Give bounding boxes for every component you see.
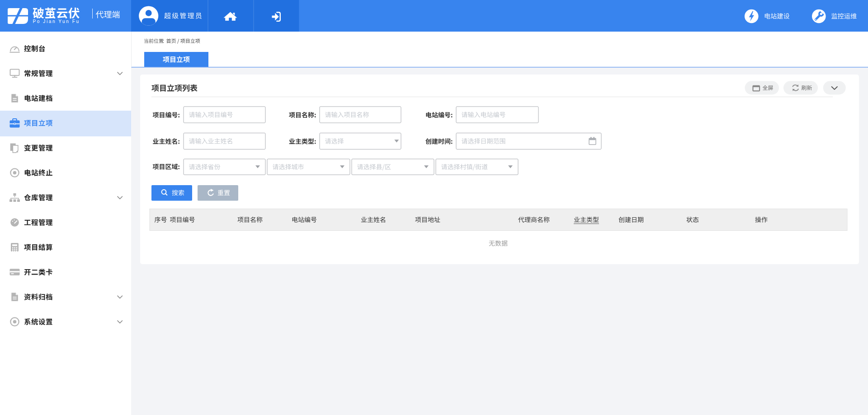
svg-text:Po Jian Yun Fu: Po Jian Yun Fu [33, 19, 80, 24]
